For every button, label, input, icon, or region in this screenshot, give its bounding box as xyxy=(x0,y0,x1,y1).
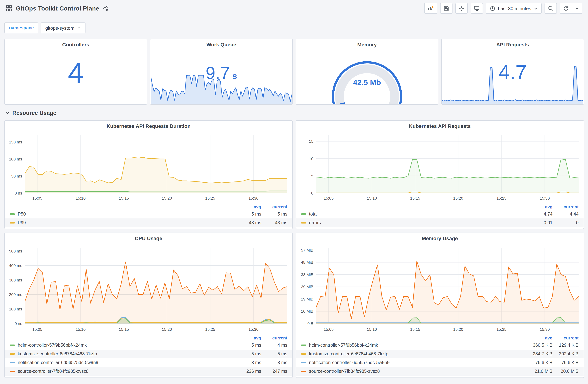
chevron-down-icon xyxy=(77,26,81,30)
legend-sort-current[interactable]: current xyxy=(552,204,579,209)
svg-text:15:20: 15:20 xyxy=(453,196,463,200)
legend-row: P99 48 ms 43 ms xyxy=(5,218,292,227)
series-current: 129.4 KiB xyxy=(552,343,579,348)
series-label[interactable]: helm-controller-57f9b56bbf-k24mk xyxy=(309,343,378,348)
add-panel-button[interactable] xyxy=(424,3,437,14)
cycle-view-mode-button[interactable] xyxy=(471,3,483,14)
svg-text:150 ms: 150 ms xyxy=(9,140,22,144)
svg-text:15:25: 15:25 xyxy=(205,196,215,200)
legend-sort-avg[interactable]: avg xyxy=(526,204,552,209)
series-swatch xyxy=(301,344,306,346)
legend-sort-current[interactable]: current xyxy=(552,336,579,341)
panel-controllers: Controllers 4 xyxy=(4,39,147,105)
memory-chart[interactable]: 15:0515:1015:1515:2015:2515:300 B10 MiB1… xyxy=(296,239,584,334)
variable-label-box: namespace xyxy=(4,22,38,33)
series-label[interactable]: kustomize-controller-6c6784b468-7kzfp xyxy=(18,351,97,357)
refresh-button[interactable] xyxy=(560,3,572,14)
legend-sort-current[interactable]: current xyxy=(261,204,287,209)
dashboard: GitOps Toolkit Control Plane xyxy=(0,0,588,384)
series-swatch xyxy=(301,213,306,215)
series-current: 20.6 MiB xyxy=(552,369,579,374)
series-current: 4.44 xyxy=(552,212,579,217)
svg-text:400 ms: 400 ms xyxy=(9,263,22,268)
legend-row: source-controller-7fb84fc985-zvsz8 236 m… xyxy=(5,367,292,376)
series-label[interactable]: total xyxy=(309,212,317,217)
panel-api-requests-stat: API Requests 4.7 xyxy=(441,39,584,105)
series-swatch xyxy=(10,344,15,346)
panel-title[interactable]: CPU Usage xyxy=(5,235,292,241)
svg-text:15: 15 xyxy=(309,139,313,144)
svg-text:15:10: 15:10 xyxy=(367,327,377,332)
series-label[interactable]: kustomize-controller-6c6784b468-7kzfp xyxy=(309,351,388,357)
svg-text:15:20: 15:20 xyxy=(453,327,463,332)
namespace-select[interactable]: gitops-system xyxy=(41,22,85,33)
series-avg: 76.6 KiB xyxy=(526,360,552,365)
legend-sort-avg[interactable]: avg xyxy=(235,204,261,209)
series-current: 0 xyxy=(552,220,579,225)
series-label[interactable]: helm-controller-57f9b56bbf-k24mk xyxy=(18,343,87,348)
legend-row: total 4.74 4.44 xyxy=(296,210,584,218)
svg-text:15:10: 15:10 xyxy=(367,196,377,200)
series-label[interactable]: errors xyxy=(309,220,321,225)
series-swatch xyxy=(10,362,15,363)
work-queue-value: 9.7 s xyxy=(150,63,292,83)
svg-text:15:25: 15:25 xyxy=(497,196,506,200)
svg-text:15:05: 15:05 xyxy=(32,327,42,332)
time-range-label: Last 30 minutes xyxy=(498,6,531,11)
series-avg: 21.0 MiB xyxy=(526,369,552,374)
panel-title[interactable]: Kubernetes API Requests xyxy=(296,123,584,129)
panel-title[interactable]: Controllers xyxy=(5,42,147,47)
svg-text:15:15: 15:15 xyxy=(119,196,129,200)
series-avg: 48 ms xyxy=(235,220,261,225)
svg-text:50 ms: 50 ms xyxy=(11,174,22,178)
dashboard-settings-button[interactable] xyxy=(455,3,468,14)
series-current: 247 ms xyxy=(261,369,287,374)
controllers-value: 4 xyxy=(5,57,147,89)
page-title: GitOps Toolkit Control Plane xyxy=(16,5,99,12)
series-avg: 360.5 KiB xyxy=(526,343,552,348)
legend-row: helm-controller-57f9b56bbf-k24mk 5 ms 4 … xyxy=(5,341,292,350)
series-current: 3 ms xyxy=(261,360,287,365)
legend-sort-current[interactable]: current xyxy=(261,336,287,341)
legend-header: avg current xyxy=(5,335,292,341)
svg-text:0 B: 0 B xyxy=(307,321,313,326)
save-dashboard-button[interactable] xyxy=(440,3,453,14)
series-label[interactable]: P50 xyxy=(18,212,26,217)
panel-title[interactable]: API Requests xyxy=(442,42,584,47)
legend-row: notification-controller-6d56575dc-5w9n9 … xyxy=(5,358,292,367)
panel-memory-gauge: Memory 42.5 Mb xyxy=(296,39,438,105)
svg-text:10 MiB: 10 MiB xyxy=(301,309,313,314)
legend-row: source-controller-7fb84fc985-zvsz8 21.0 … xyxy=(296,367,584,376)
panel-title[interactable]: Memory Usage xyxy=(296,235,584,241)
chevron-down-icon xyxy=(5,111,9,115)
duration-chart[interactable]: 15:0515:1015:1515:2015:2515:300 ns50 ms1… xyxy=(5,127,292,203)
series-label[interactable]: source-controller-7fb84fc985-zvsz8 xyxy=(309,369,380,374)
cpu-chart[interactable]: 15:0515:1015:1515:2015:2515:300 ns100 ms… xyxy=(5,239,292,334)
series-label[interactable]: notification-controller-6d56575dc-5w9n9 xyxy=(309,360,390,365)
refresh-interval-dropdown[interactable] xyxy=(572,3,582,14)
legend-row: P50 5 ms 5 ms xyxy=(5,210,292,218)
row-resource-usage[interactable]: Resource Usage xyxy=(5,107,56,118)
series-swatch xyxy=(301,353,306,355)
svg-text:5: 5 xyxy=(311,174,313,178)
legend-header: avg current xyxy=(5,204,292,210)
time-range-picker[interactable]: Last 30 minutes xyxy=(486,3,542,14)
memory-gauge-value: 42.5 Mb xyxy=(296,78,438,87)
share-icon[interactable] xyxy=(103,5,109,11)
series-label[interactable]: P99 xyxy=(18,220,26,225)
requests-chart[interactable]: 15:0515:1015:1515:2015:2515:30051015 xyxy=(296,127,584,203)
series-label[interactable]: source-controller-7fb84fc985-zvsz8 xyxy=(18,369,88,374)
series-label[interactable]: notification-controller-6d56575dc-5w9n9 xyxy=(18,360,98,365)
legend-row: helm-controller-57f9b56bbf-k24mk 360.5 K… xyxy=(296,341,584,350)
panel-title[interactable]: Memory xyxy=(296,42,438,47)
svg-text:15:15: 15:15 xyxy=(119,327,129,332)
legend-sort-avg[interactable]: avg xyxy=(235,336,261,341)
panel-title[interactable]: Work Queue xyxy=(150,42,292,47)
panel-title[interactable]: Kubernetes API Requests Duration xyxy=(5,123,292,129)
legend-sort-avg[interactable]: avg xyxy=(526,336,552,341)
series-avg: 5 ms xyxy=(235,351,261,357)
series-avg: 5 ms xyxy=(235,343,261,348)
legend-row: errors 0.01 0 xyxy=(296,218,584,227)
zoom-out-button[interactable] xyxy=(545,3,557,14)
dashboard-grid-icon xyxy=(6,5,12,12)
